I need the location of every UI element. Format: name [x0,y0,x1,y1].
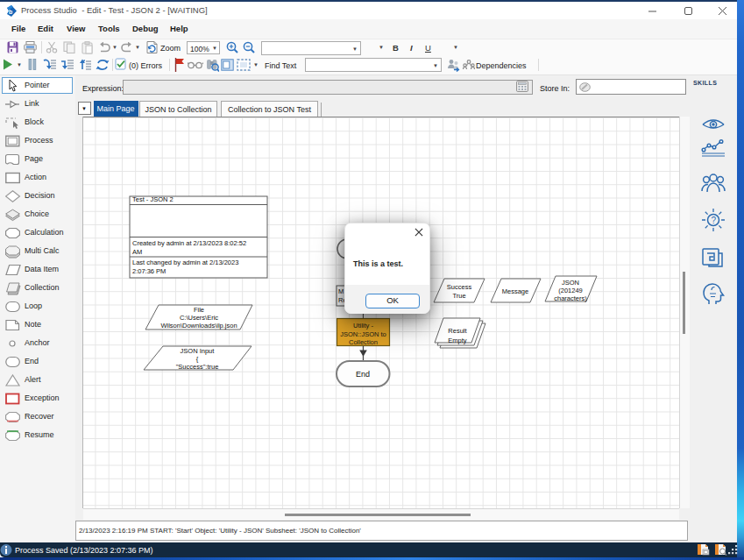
svg-text:Success: Success [447,283,472,291]
svg-text:True: True [452,292,465,300]
svg-text:JSON: JSON [562,279,579,287]
svg-text:Empty: Empty [448,337,467,344]
svg-text:b: b [9,9,12,15]
svg-text:Last changed by admin at 2/13/: Last changed by admin at 2/13/2023 [132,259,238,266]
svg-text:JSON Input: JSON Input [181,347,216,355]
svg-text:(201249: (201249 [558,287,583,294]
svg-text:"Success":true: "Success":true [176,363,219,371]
svg-text:Utility -: Utility - [353,322,373,330]
svg-text:characters): characters) [554,294,587,302]
svg-text:File: File [194,306,204,314]
svg-text:C:\Users\Eric: C:\Users\Eric [180,314,218,322]
svg-text:Created by admin at 2/13/2023: Created by admin at 2/13/2023 8:02:52 [132,239,246,247]
svg-text:End: End [356,370,370,379]
svg-text:?: ? [712,216,717,225]
svg-text:Message: Message [502,287,528,295]
svg-text:M: M [338,287,344,295]
svg-text:Result: Result [448,327,467,335]
svg-text:AM: AM [132,248,142,256]
svg-text:2:07:36 PM: 2:07:36 PM [132,267,166,275]
svg-text:Test - JSON 2: Test - JSON 2 [132,195,174,203]
svg-text:Collection: Collection [349,338,378,346]
svg-text:Wilson\Downloads\ilp.json: Wilson\Downloads\ilp.json [160,322,237,330]
svg-text:JSON::JSON to: JSON::JSON to [340,330,386,338]
